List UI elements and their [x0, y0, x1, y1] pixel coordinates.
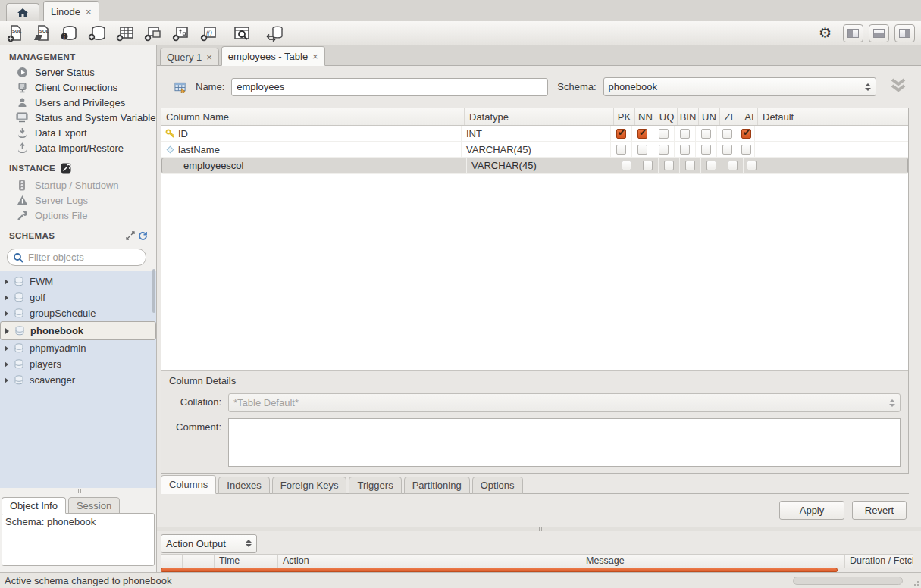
new-sql-tab-icon[interactable]: SQL: [6, 24, 24, 42]
add-routine-icon[interactable]: [171, 24, 191, 42]
sidebar-item-client-connections[interactable]: Client Connections: [0, 80, 156, 95]
nn-checkbox[interactable]: [637, 145, 647, 155]
uq-checkbox[interactable]: [659, 145, 669, 155]
expander-icon[interactable]: [5, 279, 8, 285]
sidebar-item-data-export[interactable]: Data Export: [0, 125, 156, 140]
header-bin[interactable]: BIN: [678, 108, 699, 125]
ai-checkbox[interactable]: [741, 145, 751, 155]
nn-checkbox[interactable]: [637, 129, 647, 139]
column-row-id[interactable]: ID INT: [161, 126, 908, 142]
schema-item-golf[interactable]: golf: [0, 289, 156, 305]
bin-checkbox[interactable]: [680, 145, 690, 155]
schema-item-players[interactable]: players: [0, 356, 156, 372]
sidebar-item-startup-shutdown[interactable]: Startup / Shutdown: [0, 177, 156, 192]
zf-checkbox[interactable]: [722, 129, 732, 139]
pk-checkbox[interactable]: [622, 161, 631, 170]
schema-item-phonebook[interactable]: phonebook: [0, 321, 156, 340]
sidebar-splitter-grip[interactable]: [0, 488, 156, 495]
subtab-foreign-keys[interactable]: Foreign Keys: [272, 477, 347, 494]
output-selector[interactable]: Action Output: [161, 534, 257, 553]
header-zf[interactable]: ZF: [720, 108, 741, 125]
toggle-left-panel-button[interactable]: [843, 24, 863, 42]
connection-tab-linode[interactable]: Linode ×: [43, 1, 99, 21]
add-view-icon[interactable]: [143, 24, 163, 42]
collation-select[interactable]: *Table Default*: [228, 393, 901, 412]
sidebar-item-server-logs[interactable]: Server Logs: [0, 192, 156, 208]
sidebar-scrollbar-thumb[interactable]: [152, 269, 155, 313]
sidebar-item-data-import[interactable]: Data Import/Restore: [0, 140, 156, 155]
tab-employees-table[interactable]: employees - Table ×: [221, 46, 325, 66]
expander-icon[interactable]: [5, 346, 8, 352]
expander-icon[interactable]: [5, 328, 9, 334]
schema-item-scavenger[interactable]: scavenger: [0, 372, 156, 388]
pk-checkbox[interactable]: [616, 145, 626, 155]
header-column-name[interactable]: Column Name: [161, 108, 465, 125]
output-header-message[interactable]: Message: [581, 555, 845, 568]
tab-query-1[interactable]: Query 1 ×: [160, 48, 219, 66]
schema-item-phpmyadmin[interactable]: phpmyadmin: [0, 340, 156, 356]
close-icon[interactable]: ×: [312, 51, 318, 62]
toggle-right-panel-button[interactable]: [894, 24, 915, 42]
home-tab[interactable]: [6, 3, 39, 21]
ai-checkbox[interactable]: [747, 161, 757, 170]
header-pk[interactable]: PK: [614, 108, 635, 125]
un-checkbox[interactable]: [701, 129, 711, 139]
status-scrollbar-pill[interactable]: [793, 577, 903, 585]
table-inspector-icon[interactable]: [232, 24, 252, 42]
zf-checkbox[interactable]: [728, 161, 738, 170]
add-schema-icon[interactable]: [87, 24, 107, 42]
chevron-double-down-icon[interactable]: [888, 77, 908, 96]
un-checkbox[interactable]: [706, 161, 716, 170]
refresh-schemas-icon[interactable]: [136, 230, 149, 242]
bin-checkbox[interactable]: [680, 129, 690, 139]
revert-button[interactable]: Revert: [852, 501, 907, 520]
subtab-options[interactable]: Options: [472, 477, 523, 494]
subtab-triggers[interactable]: Triggers: [349, 477, 401, 494]
data-transfer-icon[interactable]: [265, 24, 286, 42]
header-datatype[interactable]: Datatype: [465, 108, 614, 125]
close-icon[interactable]: ×: [86, 6, 92, 17]
schema-select[interactable]: phonebook: [603, 77, 876, 96]
comment-textarea[interactable]: [228, 418, 901, 467]
schema-filter-box[interactable]: [7, 249, 146, 266]
sidebar-item-options-file[interactable]: Options File: [0, 208, 156, 223]
header-ai[interactable]: AI: [741, 108, 758, 125]
header-default[interactable]: Default: [758, 108, 908, 125]
output-header-duration[interactable]: Duration / Fetch: [845, 555, 913, 568]
admin-gear-icon[interactable]: ⚙: [819, 26, 832, 40]
subtab-columns[interactable]: Columns: [161, 475, 216, 494]
header-uq[interactable]: UQ: [656, 108, 678, 125]
apply-button[interactable]: Apply: [779, 501, 844, 520]
schema-item-fwm[interactable]: FWM: [0, 274, 156, 289]
add-table-icon[interactable]: [115, 24, 135, 42]
header-un[interactable]: UN: [699, 108, 720, 125]
output-header-time[interactable]: Time: [215, 555, 278, 568]
expander-icon[interactable]: [5, 377, 8, 383]
pk-checkbox[interactable]: [616, 129, 626, 139]
expander-icon[interactable]: [5, 361, 8, 368]
grid-empty-area[interactable]: [161, 174, 908, 370]
expand-schemas-icon[interactable]: [124, 230, 136, 242]
nn-checkbox[interactable]: [643, 161, 653, 170]
open-sql-file-icon[interactable]: SQL: [33, 24, 51, 42]
uq-checkbox[interactable]: [659, 129, 669, 139]
sidebar-item-users-privileges[interactable]: Users and Privileges: [0, 95, 156, 110]
column-row-employeescol[interactable]: employeescol VARCHAR(45): [161, 158, 908, 174]
add-function-icon[interactable]: f(): [199, 24, 219, 42]
table-name-input[interactable]: [231, 78, 548, 96]
ai-checkbox[interactable]: [741, 129, 751, 139]
header-nn[interactable]: NN: [635, 108, 656, 125]
subtab-indexes[interactable]: Indexes: [218, 477, 270, 494]
schema-item-groupschedule[interactable]: groupSchedule: [0, 305, 156, 321]
uq-checkbox[interactable]: [664, 161, 674, 170]
sidebar-item-system-variables[interactable]: Status and System Variables: [0, 110, 156, 125]
un-checkbox[interactable]: [701, 145, 711, 155]
expander-icon[interactable]: [5, 295, 8, 301]
toggle-bottom-panel-button[interactable]: [869, 24, 889, 42]
close-icon[interactable]: ×: [206, 52, 212, 63]
resize-grip[interactable]: [911, 578, 919, 586]
zf-checkbox[interactable]: [722, 145, 732, 155]
output-header-action[interactable]: Action: [278, 555, 581, 568]
tab-session[interactable]: Session: [68, 497, 120, 514]
bin-checkbox[interactable]: [685, 161, 695, 170]
